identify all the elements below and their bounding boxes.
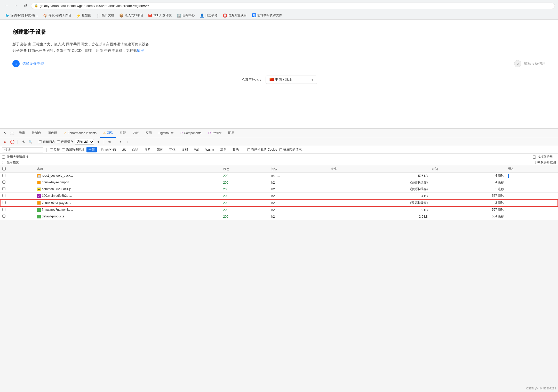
group-by-frame-checkbox[interactable] [533,156,536,159]
refresh-button[interactable]: ↺ [22,2,29,9]
tab-performance[interactable]: 性能 [117,129,129,138]
filter-js-button[interactable]: JS [120,148,128,152]
row-checkbox[interactable] [3,201,6,204]
filter-font-button[interactable]: 字体 [167,147,178,152]
stop-button[interactable]: 🚫 [9,139,15,145]
tab-cursor[interactable]: ↖ [2,129,8,138]
filter-ws-button[interactable]: WS [192,148,201,152]
bookmark-task-center[interactable]: 🏢 任务中心 [175,12,197,18]
tab-profiler[interactable]: ⬡ Profiler [205,129,225,137]
capture-screenshots-option[interactable]: 截取屏幕截图 [533,160,556,165]
hide-data-urls-input[interactable] [62,148,65,151]
row-time: 584 毫秒 [430,213,506,220]
table-row[interactable]: JScommon.08232ac1.js 200 h2 (预提取缓存) 1 毫秒 [0,186,558,193]
tab-lighthouse[interactable]: Lighthouse [155,129,177,137]
tab-layers[interactable]: 图层 [225,129,237,138]
download-button[interactable]: ↓ [125,139,131,145]
row-time: 4 毫秒 [430,179,506,186]
tab-performance-insights[interactable]: ⚠ Performance insights [61,129,100,137]
tab-sources[interactable]: 源代码 [45,129,60,138]
tab-application[interactable]: 应用 [142,129,155,138]
back-button[interactable]: ← [3,2,10,9]
bookmarks-bar: 🐦 涂鸦小智(下载)-客... 🏠 导航-涂鸦工作台 ⚡ 原型图 🍴 接口文档 … [0,11,558,20]
region-select[interactable]: 🇨🇳 中国 / 线上 ▾ [266,76,317,84]
tab-device[interactable]: ⬚ [9,129,15,138]
hide-data-urls-checkbox[interactable]: 隐藏数据网址 [62,148,84,152]
filter-other-button[interactable]: 其他 [230,147,241,152]
disable-cache-input[interactable] [57,140,60,143]
row-time: 4 毫秒 [430,173,506,179]
overview-checkbox[interactable] [2,161,5,164]
row-checkbox[interactable] [2,208,5,211]
overview-option[interactable]: 显示概览 [2,160,28,165]
row-checkbox[interactable] [2,187,5,190]
reverse-label: 反转 [54,148,60,152]
bookmark-cde[interactable]: T CDE开发环境 [146,12,174,18]
reverse-checkbox[interactable]: 反转 [50,148,60,152]
filter-doc-button[interactable]: 文档 [180,147,190,152]
row-status: 200 [221,199,269,206]
bookmark-tuya-download[interactable]: 🐦 涂鸦小智(下载)-客... [3,12,40,18]
row-checkbox[interactable] [2,194,5,197]
address-bar[interactable]: 🔒 galaxy-virtual.fast-inside.wgine.com:7… [31,3,555,9]
bookmark-frontend[interactable]: 知 前端学习资源大库 [250,12,284,18]
table-row[interactable]: ⬜react_devtools_back... 200 chro... 525 … [0,173,558,179]
search-button[interactable]: 🔍 [28,139,33,145]
table-row[interactable]: chunk-tuya-compon... 200 h2 (预提取缓存) 4 毫秒 [0,179,558,186]
browser-chrome: ← → ↺ 🔒 galaxy-virtual.fast-inside.wgine… [0,0,558,20]
blocked-cookie-checkbox[interactable]: 有已拦截的 Cookie [247,148,277,152]
select-all-checkbox[interactable] [2,167,6,170]
blocked-requests-input[interactable] [279,148,282,151]
filter-fetch-xhr-button[interactable]: Fetch/XHR [99,148,118,152]
group-by-frame-option[interactable]: 按框架分组 [533,155,556,159]
tab-console[interactable]: 控制台 [29,129,44,138]
filter-button[interactable]: ⚗ [20,139,26,145]
large-rows-checkbox[interactable] [2,156,5,159]
bookmark-opensource[interactable]: ⭕ 优秀开源项目 [221,12,249,18]
bookmark-label: 日志参考 [205,13,218,18]
throttle-dropdown-button[interactable]: ▾ [95,139,101,145]
tab-components[interactable]: ⬡ Components [177,129,204,137]
table-row[interactable]: ✓100.main.edfe3b2e.... 200 h2 1.4 kB 567… [0,193,558,200]
bookmark-log-ref[interactable]: 👤 日志参考 [198,12,220,18]
filter-img-button[interactable]: 图片 [142,147,153,152]
filter-input[interactable] [2,147,43,152]
wifi-settings-button[interactable]: ≋ [107,139,112,145]
row-protocol: h2 [269,179,329,186]
upload-button[interactable]: ↑ [118,139,123,145]
filter-css-button[interactable]: CSS [130,148,141,152]
blocked-cookie-label: 有已拦截的 Cookie [251,148,277,152]
row-checkbox[interactable] [2,174,5,177]
filter-wasm-button[interactable]: Wasm [203,148,216,152]
row-checkbox[interactable] [2,215,5,218]
preserve-log-checkbox[interactable]: 保留日志 [39,140,55,144]
reverse-input[interactable] [50,148,53,151]
blocked-cookie-input[interactable] [247,148,250,151]
bookmark-ci[interactable]: 📦 嵌入式CI平台 [117,12,145,18]
record-button[interactable]: ● [2,139,8,145]
doc-link[interactable]: 这里 [137,48,144,53]
throttle-select[interactable]: 高速 3G 离线 低速 3G 无节流 [75,139,94,145]
forward-button[interactable]: → [12,2,20,9]
bookmark-api-doc[interactable]: 🍴 接口文档 [94,12,116,18]
disable-cache-checkbox[interactable]: 停用缓存 [57,140,73,144]
table-row[interactable]: default-products 200 h2 2.6 kB 584 毫秒 [0,213,558,220]
tab-elements[interactable]: 元素 [16,129,28,138]
table-row[interactable]: firmwares?name=&p... 200 h2 1.0 kB 567 毫… [0,206,558,213]
bookmark-icon: 🐦 [5,13,10,18]
preserve-log-input[interactable] [39,140,42,143]
large-rows-option[interactable]: 使用大量请求行 [2,155,28,159]
filter-media-button[interactable]: 媒体 [155,147,165,152]
filter-manifest-button[interactable]: 清单 [218,147,228,152]
capture-screenshots-checkbox[interactable] [533,161,536,164]
tab-network[interactable]: ⚠ 网络 [100,129,116,138]
row-checkbox[interactable] [2,181,5,184]
blocked-requests-checkbox[interactable]: 被屏蔽的请求... [279,148,304,152]
table-row-highlighted[interactable]: chunk-other-pages.... 200 h2 (预提取缓存) 2 毫… [0,199,558,206]
filter-all-button[interactable]: 全部 [86,147,97,152]
tab-memory[interactable]: 内存 [130,129,142,138]
bookmark-nav-tuya[interactable]: 🏠 导航-涂鸦工作台 [41,12,73,18]
bookmark-prototype[interactable]: ⚡ 原型图 [74,12,93,18]
col-size: 大小 [329,166,430,173]
row-status: 200 [221,186,269,193]
